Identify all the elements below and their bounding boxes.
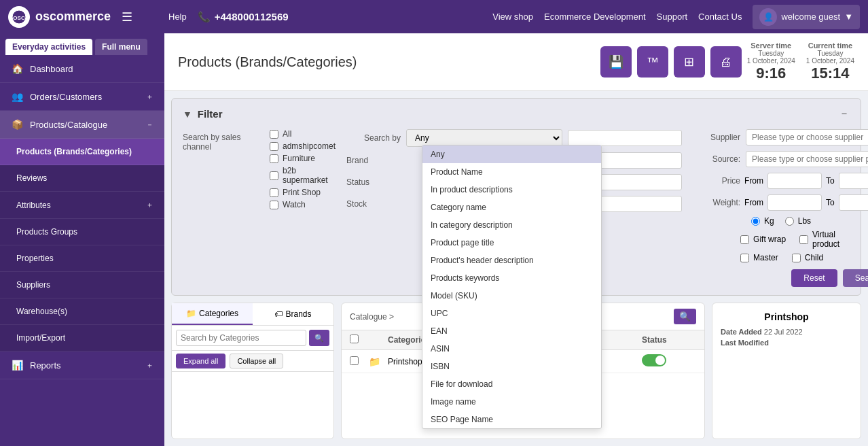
col-header-status: Status bbox=[642, 335, 696, 345]
virtual-product-option[interactable]: Virtualproduct bbox=[799, 230, 839, 249]
child-checkbox[interactable] bbox=[792, 254, 801, 262]
current-time-block: Current time Tuesday1 October, 2024 15:1… bbox=[806, 41, 854, 82]
channel-watch[interactable]: Watch bbox=[270, 200, 336, 209]
channel-printshop[interactable]: Print Shop bbox=[270, 188, 336, 197]
sidebar-item-reports[interactable]: 📊 Reports ＋ bbox=[0, 351, 164, 379]
categories-search-input[interactable] bbox=[176, 330, 306, 346]
reset-button[interactable]: Reset bbox=[791, 269, 837, 287]
status-toggle[interactable] bbox=[642, 354, 666, 366]
channel-b2b-checkbox[interactable] bbox=[270, 171, 278, 180]
sidebar-item-suppliers[interactable]: Suppliers bbox=[0, 272, 164, 298]
user-menu[interactable]: 👤 welcome guest ▼ bbox=[753, 5, 860, 29]
select-all-checkbox[interactable] bbox=[350, 334, 359, 343]
channel-furniture[interactable]: Furniture bbox=[270, 154, 336, 163]
dropdown-item-ean[interactable]: EAN bbox=[422, 322, 601, 340]
tab-brands[interactable]: 🏷 Brands bbox=[253, 303, 333, 325]
sidebar-item-products-groups[interactable]: Products Groups bbox=[0, 219, 164, 245]
expand-all-button[interactable]: Expand all bbox=[176, 354, 225, 368]
dropdown-item-category-name[interactable]: Category name bbox=[422, 199, 601, 216]
attributes-expand-icon: ＋ bbox=[146, 200, 153, 210]
master-checkbox[interactable] bbox=[740, 254, 749, 262]
weight-to-input[interactable] bbox=[839, 194, 868, 211]
price-to-input[interactable] bbox=[839, 173, 868, 189]
price-from-input[interactable] bbox=[767, 173, 822, 189]
tab-everyday-activities[interactable]: Everyday activities bbox=[5, 39, 92, 55]
sidebar-item-products-catalogue[interactable]: 📦 Products/Catalogue － bbox=[0, 111, 164, 139]
dropdown-item-in-descriptions[interactable]: In product descriptions bbox=[422, 181, 601, 199]
search-button[interactable]: Search bbox=[843, 269, 868, 287]
top-navigation: OSC oscommerce ☰ Help 📞 +448000112569 Vi… bbox=[0, 0, 868, 33]
user-dropdown-icon: ▼ bbox=[844, 12, 853, 22]
virtual-product-checkbox[interactable] bbox=[799, 235, 808, 244]
sidebar-item-properties[interactable]: Properties bbox=[0, 245, 164, 272]
channel-all[interactable]: All bbox=[270, 129, 336, 139]
product-name[interactable]: Printshop bbox=[388, 357, 422, 366]
tab-full-menu[interactable]: Full menu bbox=[95, 39, 147, 55]
sidebar-item-attributes[interactable]: Attributes ＋ bbox=[0, 192, 164, 219]
filter-collapse-button[interactable]: － bbox=[839, 107, 850, 121]
dropdown-item-page-title[interactable]: Product page title bbox=[422, 234, 601, 252]
row-checkbox[interactable] bbox=[350, 356, 359, 365]
contact-us-link[interactable]: Contact Us bbox=[698, 12, 742, 22]
channel-watch-checkbox[interactable] bbox=[270, 201, 278, 209]
trademark-button[interactable]: ™ bbox=[637, 46, 668, 78]
filter-sales-channel: Search by sales channel All admshipcomet… bbox=[183, 129, 336, 287]
categories-search-button[interactable]: 🔍 bbox=[309, 330, 329, 346]
activity-tabs: Everyday activities Full menu bbox=[0, 33, 164, 55]
channel-b2b[interactable]: b2b supermarket bbox=[270, 166, 336, 185]
save-button[interactable]: 💾 bbox=[600, 46, 632, 78]
help-link[interactable]: Help bbox=[168, 12, 187, 22]
gift-wrap-option[interactable]: Gift wrap bbox=[740, 235, 786, 244]
dropdown-item-product-name[interactable]: Product Name bbox=[422, 163, 601, 181]
sidebar-item-orders[interactable]: 👥 Orders/Customers ＋ bbox=[0, 83, 164, 111]
grid-button[interactable]: ⊞ bbox=[674, 46, 705, 78]
dropdown-item-any[interactable]: Any bbox=[422, 145, 601, 163]
sidebar-label-brands-categories: Products (Brands/Categories) bbox=[16, 147, 132, 156]
search-text-input[interactable] bbox=[568, 130, 682, 146]
phone-area: 📞 +448000112569 bbox=[198, 11, 289, 23]
channel-admshipcomet[interactable]: admshipcomet bbox=[270, 141, 336, 151]
sidebar-item-dashboard[interactable]: 🏠 Dashboard bbox=[0, 55, 164, 83]
dropdown-item-upc[interactable]: UPC bbox=[422, 305, 601, 322]
dropdown-item-file-download[interactable]: File for download bbox=[422, 375, 601, 393]
sidebar-item-import-export[interactable]: Import/Export bbox=[0, 325, 164, 351]
products-search-button[interactable]: 🔍 bbox=[674, 309, 696, 324]
dropdown-item-image-name[interactable]: Image name bbox=[422, 393, 601, 411]
sidebar-item-reviews[interactable]: Reviews bbox=[0, 165, 164, 192]
kg-radio[interactable] bbox=[751, 217, 760, 226]
channel-furniture-checkbox[interactable] bbox=[270, 154, 278, 163]
ecommerce-dev-link[interactable]: Ecommerce Development bbox=[544, 12, 646, 22]
collapse-all-button[interactable]: Collapse all bbox=[230, 354, 283, 368]
gift-wrap-checkbox[interactable] bbox=[740, 235, 749, 244]
weight-from-input[interactable] bbox=[767, 194, 822, 211]
dropdown-item-isbn[interactable]: ISBN bbox=[422, 358, 601, 375]
sidebar-label-reports: Reports bbox=[30, 360, 61, 371]
lbs-radio[interactable] bbox=[785, 217, 794, 226]
tab-categories[interactable]: 📁 Categories bbox=[172, 303, 253, 325]
server-time-block: Server time Tuesday1 October, 2024 9:16 bbox=[747, 41, 795, 82]
supplier-input[interactable] bbox=[746, 129, 868, 145]
sidebar-item-brands-categories[interactable]: Products (Brands/Categories) bbox=[0, 139, 164, 165]
dropdown-item-asin[interactable]: ASIN bbox=[422, 340, 601, 358]
dropdown-item-seo-page[interactable]: SEO Page Name bbox=[422, 411, 601, 428]
kg-option[interactable]: Kg bbox=[751, 216, 774, 226]
dropdown-item-model-sku[interactable]: Model (SKU) bbox=[422, 287, 601, 305]
dropdown-item-in-category-desc[interactable]: In category description bbox=[422, 216, 601, 234]
source-input[interactable] bbox=[746, 151, 868, 167]
dropdown-item-keywords[interactable]: Products keywords bbox=[422, 269, 601, 287]
channel-printshop-checkbox[interactable] bbox=[270, 188, 278, 197]
current-time-value: 15:14 bbox=[806, 65, 854, 82]
child-option[interactable]: Child bbox=[792, 253, 823, 262]
orders-expand-icon: ＋ bbox=[146, 92, 153, 102]
print-button[interactable]: 🖨 bbox=[710, 46, 742, 78]
sidebar-item-warehouse[interactable]: Warehouse(s) bbox=[0, 298, 164, 325]
support-link[interactable]: Support bbox=[657, 12, 688, 22]
channel-all-checkbox[interactable] bbox=[270, 130, 278, 139]
view-shop-link[interactable]: View shop bbox=[492, 12, 533, 22]
date-added-label: Date Added bbox=[721, 328, 764, 336]
dropdown-item-header-desc[interactable]: Product's header description bbox=[422, 252, 601, 269]
hamburger-menu[interactable]: ☰ bbox=[122, 10, 132, 24]
lbs-option[interactable]: Lbs bbox=[785, 216, 811, 226]
channel-admshipcomet-checkbox[interactable] bbox=[270, 142, 278, 151]
master-option[interactable]: Master bbox=[740, 253, 778, 262]
